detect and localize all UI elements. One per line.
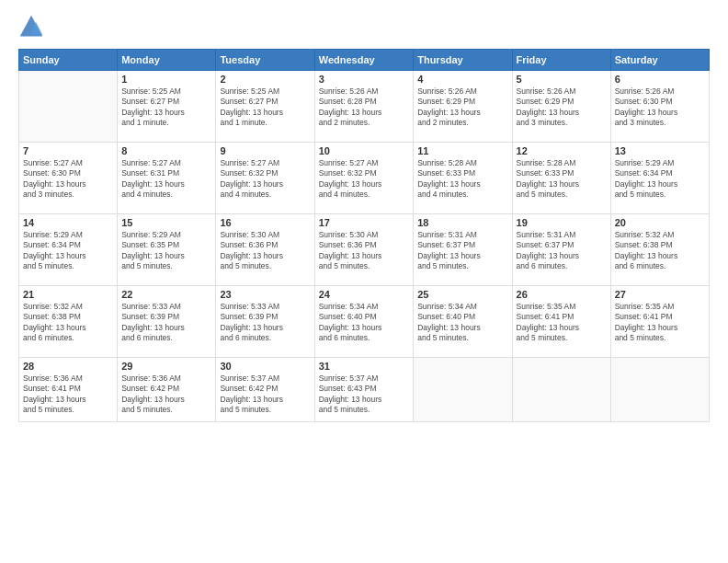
day-info: Sunrise: 5:27 AM Sunset: 6:30 PM Dayligh…	[23, 158, 113, 201]
day-number: 23	[220, 289, 310, 300]
calendar-cell: 4Sunrise: 5:26 AM Sunset: 6:29 PM Daylig…	[414, 71, 512, 143]
day-info: Sunrise: 5:26 AM Sunset: 6:28 PM Dayligh…	[319, 86, 409, 129]
calendar-header-monday: Monday	[118, 50, 216, 71]
day-info: Sunrise: 5:33 AM Sunset: 6:39 PM Dayligh…	[220, 302, 310, 344]
day-number: 25	[417, 289, 507, 300]
calendar-cell: 10Sunrise: 5:27 AM Sunset: 6:32 PM Dayli…	[314, 143, 413, 214]
day-number: 15	[121, 217, 211, 228]
day-number: 29	[121, 361, 211, 372]
day-info: Sunrise: 5:37 AM Sunset: 6:43 PM Dayligh…	[319, 373, 409, 416]
calendar-cell: 31Sunrise: 5:37 AM Sunset: 6:43 PM Dayli…	[314, 358, 413, 422]
day-info: Sunrise: 5:34 AM Sunset: 6:40 PM Dayligh…	[319, 302, 409, 344]
page: SundayMondayTuesdayWednesdayThursdayFrid…	[0, 0, 728, 563]
calendar-cell: 21Sunrise: 5:32 AM Sunset: 6:38 PM Dayli…	[19, 286, 118, 358]
day-info: Sunrise: 5:36 AM Sunset: 6:42 PM Dayligh…	[121, 373, 211, 416]
day-number: 24	[319, 289, 409, 300]
day-number: 30	[220, 361, 310, 372]
day-number: 18	[417, 217, 507, 228]
day-info: Sunrise: 5:31 AM Sunset: 6:37 PM Dayligh…	[417, 230, 507, 272]
day-number: 27	[615, 289, 705, 300]
logo-icon	[18, 14, 44, 40]
calendar-cell	[512, 358, 610, 422]
day-info: Sunrise: 5:27 AM Sunset: 6:31 PM Dayligh…	[121, 158, 211, 201]
calendar-header-tuesday: Tuesday	[216, 50, 314, 71]
calendar-week-row: 7Sunrise: 5:27 AM Sunset: 6:30 PM Daylig…	[19, 143, 710, 214]
day-number: 11	[417, 145, 507, 156]
calendar-cell: 14Sunrise: 5:29 AM Sunset: 6:34 PM Dayli…	[19, 214, 118, 286]
day-info: Sunrise: 5:31 AM Sunset: 6:37 PM Dayligh…	[517, 230, 607, 272]
calendar-cell: 12Sunrise: 5:28 AM Sunset: 6:33 PM Dayli…	[512, 143, 610, 214]
day-info: Sunrise: 5:26 AM Sunset: 6:29 PM Dayligh…	[417, 86, 507, 129]
day-info: Sunrise: 5:34 AM Sunset: 6:40 PM Dayligh…	[417, 302, 507, 344]
calendar-cell: 8Sunrise: 5:27 AM Sunset: 6:31 PM Daylig…	[118, 143, 216, 214]
day-info: Sunrise: 5:35 AM Sunset: 6:41 PM Dayligh…	[517, 302, 607, 344]
calendar-header-wednesday: Wednesday	[314, 50, 413, 71]
day-info: Sunrise: 5:29 AM Sunset: 6:34 PM Dayligh…	[615, 158, 705, 201]
day-number: 19	[517, 217, 607, 228]
day-info: Sunrise: 5:27 AM Sunset: 6:32 PM Dayligh…	[220, 158, 310, 201]
day-info: Sunrise: 5:30 AM Sunset: 6:36 PM Dayligh…	[220, 230, 310, 272]
calendar-cell: 17Sunrise: 5:30 AM Sunset: 6:36 PM Dayli…	[314, 214, 413, 286]
day-info: Sunrise: 5:33 AM Sunset: 6:39 PM Dayligh…	[121, 302, 211, 344]
day-number: 17	[319, 217, 409, 228]
calendar-cell: 1Sunrise: 5:25 AM Sunset: 6:27 PM Daylig…	[118, 71, 216, 143]
day-number: 3	[319, 74, 409, 85]
calendar-header-saturday: Saturday	[610, 50, 709, 71]
calendar-header-row: SundayMondayTuesdayWednesdayThursdayFrid…	[19, 50, 710, 71]
day-number: 6	[615, 74, 705, 85]
logo	[18, 14, 48, 40]
calendar-cell: 11Sunrise: 5:28 AM Sunset: 6:33 PM Dayli…	[414, 143, 512, 214]
calendar-cell: 20Sunrise: 5:32 AM Sunset: 6:38 PM Dayli…	[610, 214, 709, 286]
calendar-cell: 15Sunrise: 5:29 AM Sunset: 6:35 PM Dayli…	[118, 214, 216, 286]
calendar-cell: 23Sunrise: 5:33 AM Sunset: 6:39 PM Dayli…	[216, 286, 314, 358]
calendar-cell: 29Sunrise: 5:36 AM Sunset: 6:42 PM Dayli…	[118, 358, 216, 422]
calendar-cell: 18Sunrise: 5:31 AM Sunset: 6:37 PM Dayli…	[414, 214, 512, 286]
calendar-week-row: 1Sunrise: 5:25 AM Sunset: 6:27 PM Daylig…	[19, 71, 710, 143]
day-info: Sunrise: 5:28 AM Sunset: 6:33 PM Dayligh…	[417, 158, 507, 201]
calendar-cell: 27Sunrise: 5:35 AM Sunset: 6:41 PM Dayli…	[610, 286, 709, 358]
calendar-cell: 24Sunrise: 5:34 AM Sunset: 6:40 PM Dayli…	[314, 286, 413, 358]
calendar-cell: 9Sunrise: 5:27 AM Sunset: 6:32 PM Daylig…	[216, 143, 314, 214]
day-number: 12	[517, 145, 607, 156]
day-number: 2	[220, 74, 310, 85]
day-number: 9	[220, 145, 310, 156]
day-info: Sunrise: 5:29 AM Sunset: 6:34 PM Dayligh…	[23, 230, 113, 272]
day-number: 1	[121, 74, 211, 85]
day-number: 4	[417, 74, 507, 85]
calendar: SundayMondayTuesdayWednesdayThursdayFrid…	[18, 49, 710, 422]
calendar-cell: 26Sunrise: 5:35 AM Sunset: 6:41 PM Dayli…	[512, 286, 610, 358]
day-info: Sunrise: 5:35 AM Sunset: 6:41 PM Dayligh…	[615, 302, 705, 344]
day-number: 20	[615, 217, 705, 228]
day-number: 5	[517, 74, 607, 85]
calendar-header-friday: Friday	[512, 50, 610, 71]
day-number: 21	[23, 289, 113, 300]
calendar-cell	[19, 71, 118, 143]
calendar-cell: 30Sunrise: 5:37 AM Sunset: 6:42 PM Dayli…	[216, 358, 314, 422]
day-number: 13	[615, 145, 705, 156]
calendar-cell	[610, 358, 709, 422]
day-number: 31	[319, 361, 409, 372]
calendar-cell: 19Sunrise: 5:31 AM Sunset: 6:37 PM Dayli…	[512, 214, 610, 286]
day-info: Sunrise: 5:26 AM Sunset: 6:29 PM Dayligh…	[517, 86, 607, 129]
day-info: Sunrise: 5:25 AM Sunset: 6:27 PM Dayligh…	[220, 86, 310, 129]
day-info: Sunrise: 5:27 AM Sunset: 6:32 PM Dayligh…	[319, 158, 409, 201]
day-number: 26	[517, 289, 607, 300]
day-number: 7	[23, 145, 113, 156]
calendar-cell: 16Sunrise: 5:30 AM Sunset: 6:36 PM Dayli…	[216, 214, 314, 286]
day-number: 10	[319, 145, 409, 156]
day-number: 16	[220, 217, 310, 228]
day-number: 8	[121, 145, 211, 156]
day-info: Sunrise: 5:29 AM Sunset: 6:35 PM Dayligh…	[121, 230, 211, 272]
calendar-cell: 3Sunrise: 5:26 AM Sunset: 6:28 PM Daylig…	[314, 71, 413, 143]
day-info: Sunrise: 5:25 AM Sunset: 6:27 PM Dayligh…	[121, 86, 211, 129]
calendar-header-sunday: Sunday	[19, 50, 118, 71]
calendar-cell: 28Sunrise: 5:36 AM Sunset: 6:41 PM Dayli…	[19, 358, 118, 422]
calendar-cell: 5Sunrise: 5:26 AM Sunset: 6:29 PM Daylig…	[512, 71, 610, 143]
day-info: Sunrise: 5:32 AM Sunset: 6:38 PM Dayligh…	[23, 302, 113, 344]
day-info: Sunrise: 5:28 AM Sunset: 6:33 PM Dayligh…	[517, 158, 607, 201]
day-number: 14	[23, 217, 113, 228]
header	[18, 14, 710, 40]
day-number: 28	[23, 361, 113, 372]
calendar-cell: 6Sunrise: 5:26 AM Sunset: 6:30 PM Daylig…	[610, 71, 709, 143]
day-info: Sunrise: 5:32 AM Sunset: 6:38 PM Dayligh…	[615, 230, 705, 272]
